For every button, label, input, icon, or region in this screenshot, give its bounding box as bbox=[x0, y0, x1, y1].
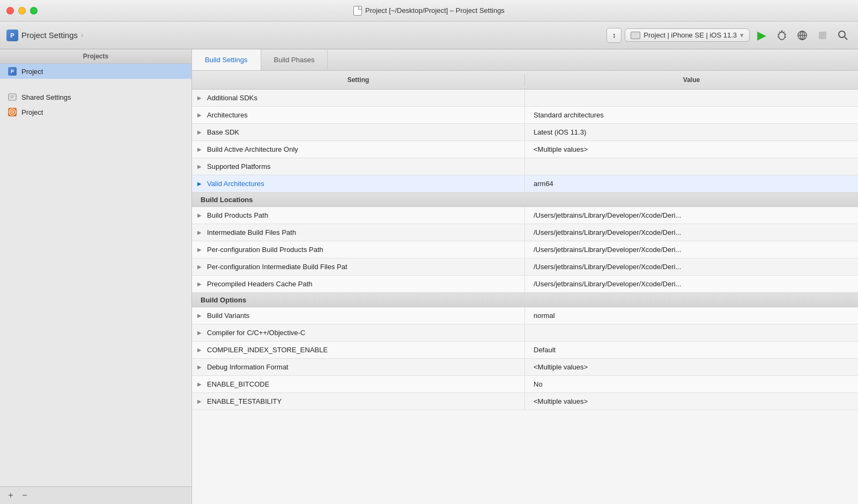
setting-name-text: Valid Architectures bbox=[207, 180, 264, 188]
setting-name: ▶ Per-configuration Intermediate Build F… bbox=[192, 258, 525, 275]
environment-button[interactable] bbox=[794, 27, 811, 44]
toolbar: P Project Settings › ↕︎ Project | iPhone… bbox=[0, 21, 858, 49]
tab-build-phases[interactable]: Build Phases bbox=[261, 49, 328, 70]
search-button[interactable] bbox=[834, 27, 852, 44]
setting-name-text: ENABLE_BITCODE bbox=[207, 380, 269, 388]
run-button[interactable]: ▶ bbox=[753, 27, 770, 44]
traffic-lights bbox=[6, 7, 38, 14]
setting-name-text: Architectures bbox=[207, 111, 248, 119]
table-row[interactable]: ▶ Intermediate Build Files Path /Users/j… bbox=[192, 224, 858, 241]
run-icon: ▶ bbox=[757, 28, 766, 42]
table-row[interactable]: ▶ ENABLE_BITCODE No bbox=[192, 376, 858, 393]
setting-value: /Users/jetbrains/Library/Developer/Xcode… bbox=[525, 207, 858, 224]
table-row[interactable]: ▶ COMPILER_INDEX_STORE_ENABLE Default bbox=[192, 342, 858, 359]
add-button[interactable]: + bbox=[5, 490, 16, 501]
tab-build-settings[interactable]: Build Settings bbox=[192, 49, 261, 70]
minimize-button[interactable] bbox=[18, 7, 26, 14]
setting-value: <Multiple values> bbox=[525, 141, 858, 158]
expand-arrow-icon: ▶ bbox=[197, 247, 202, 253]
table-row[interactable]: ▶ Debug Information Format <Multiple val… bbox=[192, 359, 858, 376]
window-title: Project [~/Desktop/Project] – Project Se… bbox=[353, 6, 505, 16]
table-row[interactable]: ▶ Build Products Path /Users/jetbrains/L… bbox=[192, 207, 858, 224]
debug-button[interactable] bbox=[773, 27, 790, 44]
setting-name: ▶ ENABLE_BITCODE bbox=[192, 376, 525, 392]
expand-arrow-icon: ▶ bbox=[197, 381, 202, 387]
setting-name: ▶ Additional SDKs bbox=[192, 90, 525, 106]
scheme-label: Project | iPhone SE | iOS 11.3 bbox=[644, 31, 737, 39]
right-panel: Build Settings Build Phases Setting Valu… bbox=[192, 49, 858, 504]
setting-name: ▶ Precompiled Headers Cache Path bbox=[192, 276, 525, 292]
table-row[interactable]: ▶ Supported Platforms bbox=[192, 158, 858, 175]
close-button[interactable] bbox=[6, 7, 14, 14]
table-row[interactable]: ▶ Build Variants normal bbox=[192, 307, 858, 324]
setting-name: ▶ Supported Platforms bbox=[192, 158, 525, 175]
table-row[interactable]: ▶ Additional SDKs bbox=[192, 90, 858, 107]
setting-value: Latest (iOS 11.3) bbox=[525, 124, 858, 140]
tabs-bar: Build Settings Build Phases bbox=[192, 49, 858, 71]
sidebar-item-target-project[interactable]: Project bbox=[0, 105, 191, 120]
table-row[interactable]: ▶ Valid Architectures arm64 bbox=[192, 175, 858, 192]
setting-value bbox=[525, 90, 858, 106]
sidebar-shared-settings-label: Shared Settings bbox=[21, 93, 71, 101]
table-row[interactable]: ▶ Compiler for C/C++/Objective-C bbox=[192, 324, 858, 342]
setting-value: arm64 bbox=[525, 175, 858, 192]
scheme-icon bbox=[631, 32, 640, 39]
setting-name: ▶ Per-configuration Build Products Path bbox=[192, 241, 525, 258]
sidebar-spacer bbox=[0, 79, 191, 90]
setting-name: ▶ Compiler for C/C++/Objective-C bbox=[192, 324, 525, 341]
toolbar-right: ↕︎ Project | iPhone SE | iOS 11.3 ▾ ▶ bbox=[606, 27, 852, 44]
svg-point-8 bbox=[781, 30, 783, 32]
svg-point-20 bbox=[12, 112, 13, 113]
setting-name-text: Additional SDKs bbox=[207, 94, 257, 102]
table-row[interactable]: ▶ Per-configuration Intermediate Build F… bbox=[192, 258, 858, 276]
setting-value: Standard architectures bbox=[525, 107, 858, 123]
project-icon: P bbox=[8, 66, 17, 76]
setting-name: ▶ Valid Architectures bbox=[192, 175, 525, 192]
expand-arrow-icon: ▶ bbox=[197, 129, 202, 135]
setting-name: ▶ ENABLE_TESTABILITY bbox=[192, 393, 525, 410]
sidebar-item-project[interactable]: P Project bbox=[0, 64, 191, 79]
remove-button[interactable]: − bbox=[19, 490, 30, 501]
stop-button[interactable] bbox=[814, 27, 831, 44]
expand-arrow-icon: ▶ bbox=[197, 281, 202, 287]
sort-icon: ↕︎ bbox=[612, 31, 616, 39]
table-header: Setting Value bbox=[192, 71, 858, 90]
setting-name-text: Build Products Path bbox=[207, 211, 268, 219]
maximize-button[interactable] bbox=[30, 7, 38, 14]
sidebar-item-shared-settings[interactable]: Shared Settings bbox=[0, 90, 191, 105]
table-row[interactable]: ▶ Base SDK Latest (iOS 11.3) bbox=[192, 124, 858, 141]
target-icon bbox=[8, 107, 17, 117]
svg-line-2 bbox=[783, 32, 785, 33]
scheme-selector[interactable]: Project | iPhone SE | iOS 11.3 ▾ bbox=[625, 28, 750, 42]
setting-value: /Users/jetbrains/Library/Developer/Xcode… bbox=[525, 276, 858, 292]
setting-name-text: Precompiled Headers Cache Path bbox=[207, 280, 313, 288]
expand-arrow-icon: ▶ bbox=[197, 330, 202, 336]
expand-arrow-icon: ▶ bbox=[197, 112, 202, 118]
setting-name-text: Debug Information Format bbox=[207, 363, 289, 371]
svg-point-13 bbox=[839, 31, 845, 38]
setting-value: /Users/jetbrains/Library/Developer/Xcode… bbox=[525, 224, 858, 241]
expand-arrow-icon: ▶ bbox=[197, 398, 202, 404]
setting-name-text: Compiler for C/C++/Objective-C bbox=[207, 329, 306, 337]
setting-name-text: ENABLE_TESTABILITY bbox=[207, 397, 282, 405]
setting-name: ▶ Base SDK bbox=[192, 124, 525, 140]
table-row[interactable]: ▶ Architectures Standard architectures bbox=[192, 107, 858, 124]
table-row[interactable]: ▶ Per-configuration Build Products Path … bbox=[192, 241, 858, 258]
svg-rect-15 bbox=[9, 94, 16, 100]
setting-value: Default bbox=[525, 342, 858, 358]
breadcrumb-label: Project Settings bbox=[21, 31, 78, 40]
svg-point-0 bbox=[779, 32, 785, 40]
setting-name-text: Build Variants bbox=[207, 312, 249, 320]
debug-icon bbox=[776, 29, 788, 41]
setting-name-text: Per-configuration Intermediate Build Fil… bbox=[207, 263, 347, 271]
setting-name: ▶ Build Active Architecture Only bbox=[192, 141, 525, 158]
table-row[interactable]: ▶ ENABLE_TESTABILITY <Multiple values> bbox=[192, 393, 858, 410]
header-value: Value bbox=[525, 74, 858, 86]
tab-build-settings-label: Build Settings bbox=[205, 56, 248, 64]
sidebar: Projects P Project bbox=[0, 49, 192, 504]
sort-button[interactable]: ↕︎ bbox=[606, 28, 622, 43]
table-row[interactable]: ▶ Precompiled Headers Cache Path /Users/… bbox=[192, 276, 858, 293]
setting-name-text: Supported Platforms bbox=[207, 162, 271, 171]
expand-arrow-icon: ▶ bbox=[197, 229, 202, 235]
table-row[interactable]: ▶ Build Active Architecture Only <Multip… bbox=[192, 141, 858, 158]
